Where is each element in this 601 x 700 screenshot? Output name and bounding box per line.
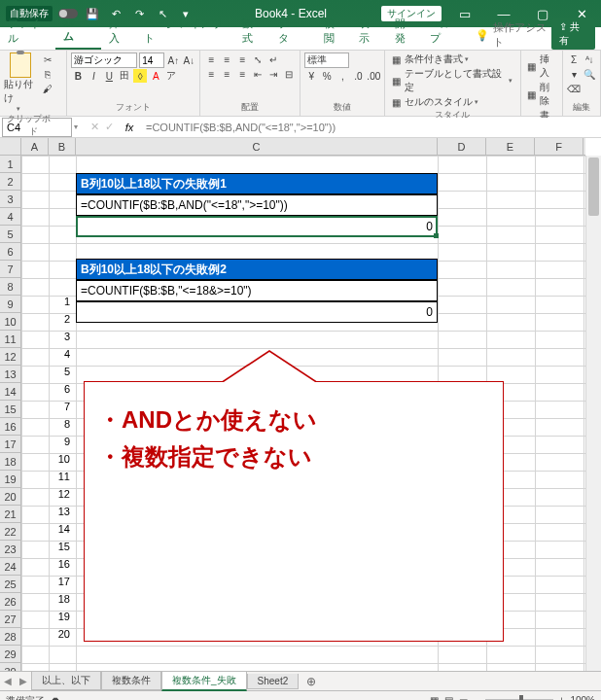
currency-icon[interactable]: ¥ xyxy=(304,69,318,83)
tab-layout[interactable]: ページ レイアウト xyxy=(136,13,234,50)
tab-view[interactable]: 表示 xyxy=(351,13,387,50)
align-bot-icon[interactable]: ≡ xyxy=(235,52,249,66)
share-button[interactable]: ⇪ 共有 xyxy=(551,18,595,50)
italic-icon[interactable]: I xyxy=(87,69,100,83)
border-icon[interactable]: 田 xyxy=(118,69,131,83)
cell-b19[interactable]: 11 xyxy=(49,471,74,488)
cell-b26[interactable]: 18 xyxy=(49,593,74,611)
cell-b13[interactable]: 5 xyxy=(49,366,74,383)
tell-me[interactable]: 💡 操作アシスト xyxy=(476,20,551,50)
percent-icon[interactable]: % xyxy=(320,69,334,83)
tab-dev[interactable]: 開発 xyxy=(387,13,423,50)
cell-c3-formula[interactable]: =COUNTIF($B:$B,AND("<=18",">=10")) xyxy=(76,194,438,216)
row-15[interactable]: 15 xyxy=(0,401,20,418)
cell-b15[interactable]: 7 xyxy=(49,401,74,418)
row-8[interactable]: 8 xyxy=(0,278,20,296)
cond-fmt-icon[interactable]: ▦ xyxy=(389,52,403,66)
cell-b20[interactable]: 12 xyxy=(49,488,74,506)
align-left-icon[interactable]: ≡ xyxy=(204,67,218,81)
col-e[interactable]: E xyxy=(486,138,535,155)
row-23[interactable]: 23 xyxy=(0,541,20,558)
cells-insert-button[interactable]: 挿入 xyxy=(540,52,558,80)
row-27[interactable]: 27 xyxy=(0,611,20,628)
align-mid-icon[interactable]: ≡ xyxy=(220,52,233,66)
col-b[interactable]: B xyxy=(49,138,76,155)
fx-icon[interactable]: fx xyxy=(121,119,138,136)
macro-rec-icon[interactable]: ⏺ xyxy=(51,695,60,700)
wrap-icon[interactable]: ↵ xyxy=(266,52,280,66)
align-top-icon[interactable]: ≡ xyxy=(204,52,218,66)
sheet-tab-3[interactable]: 複数条件_失敗 xyxy=(161,672,247,691)
cell-b25[interactable]: 17 xyxy=(49,576,74,593)
cell-b12[interactable]: 4 xyxy=(49,348,74,366)
font-name-combo[interactable] xyxy=(71,52,137,68)
scrollbar-thumb[interactable] xyxy=(588,158,599,216)
row-24[interactable]: 24 xyxy=(0,558,20,576)
col-d[interactable]: D xyxy=(438,138,486,155)
col-a[interactable]: A xyxy=(21,138,49,155)
col-f[interactable]: F xyxy=(535,138,583,155)
cell-b18[interactable]: 10 xyxy=(49,453,74,471)
row-19[interactable]: 19 xyxy=(0,471,20,488)
cell-b9[interactable]: 1 xyxy=(49,296,74,313)
cell-b14[interactable]: 6 xyxy=(49,383,74,401)
dec-dec-icon[interactable]: .00 xyxy=(367,69,380,83)
font-size-combo[interactable] xyxy=(139,52,164,68)
sheet-tab-2[interactable]: 複数条件 xyxy=(101,672,161,690)
cancel-icon[interactable]: ✕ xyxy=(88,121,102,133)
formula-input[interactable] xyxy=(142,118,601,137)
vertical-scrollbar[interactable] xyxy=(585,156,601,671)
number-format-combo[interactable]: 標準 xyxy=(304,52,349,68)
cell-b11[interactable]: 3 xyxy=(49,331,74,348)
sheet-tab-1[interactable]: 以上、以下 xyxy=(31,672,101,690)
tab-review[interactable]: 校閲 xyxy=(316,13,352,50)
cell-style-button[interactable]: セルのスタイル xyxy=(405,95,473,109)
cell-b23[interactable]: 15 xyxy=(49,541,74,558)
align-right-icon[interactable]: ≡ xyxy=(235,67,249,81)
cell-c6-header[interactable]: B列10以上18以下の失敗例2 xyxy=(76,259,438,280)
align-center-icon[interactable]: ≡ xyxy=(220,67,233,81)
row-10[interactable]: 10 xyxy=(0,313,20,331)
cells-delete-button[interactable]: 削除 xyxy=(540,81,558,108)
cell-c7-formula[interactable]: =COUNTIF($B:$B,"<=18&>=10") xyxy=(76,280,438,301)
cut-icon[interactable]: ✂ xyxy=(41,52,54,66)
format-painter-icon[interactable]: 🖌 xyxy=(41,82,54,95)
row-29[interactable]: 29 xyxy=(0,646,20,663)
row-9[interactable]: 9 xyxy=(0,296,20,313)
tab-formulas[interactable]: 数式 xyxy=(234,13,270,50)
row-headers[interactable]: 1234567891011121314151617181920212223242… xyxy=(0,156,21,671)
new-sheet-button[interactable]: ⊕ xyxy=(299,675,324,688)
row-30[interactable]: 30 xyxy=(0,663,20,671)
down-icon[interactable]: ▾ xyxy=(74,122,78,131)
worksheet-grid[interactable]: A B C D E F 1234567891011121314151617181… xyxy=(0,138,601,671)
enter-icon[interactable]: ✓ xyxy=(102,121,117,133)
cell-b17[interactable]: 9 xyxy=(49,436,74,453)
row-6[interactable]: 6 xyxy=(0,243,20,261)
orientation-icon[interactable]: ⤡ xyxy=(251,52,265,66)
cond-fmt-button[interactable]: 条件付き書式 xyxy=(405,52,463,66)
tab-data[interactable]: データ xyxy=(270,13,316,50)
fill-icon[interactable]: ▾ xyxy=(567,67,581,81)
row-12[interactable]: 12 xyxy=(0,348,20,366)
merge-icon[interactable]: ⊟ xyxy=(282,67,296,81)
row-13[interactable]: 13 xyxy=(0,366,20,383)
row-18[interactable]: 18 xyxy=(0,453,20,471)
copy-icon[interactable]: ⎘ xyxy=(41,67,54,81)
del-icon[interactable]: ▦ xyxy=(525,88,538,101)
row-26[interactable]: 26 xyxy=(0,593,20,611)
cell-b24[interactable]: 16 xyxy=(49,558,74,576)
row-14[interactable]: 14 xyxy=(0,383,20,401)
underline-icon[interactable]: U xyxy=(102,69,116,83)
tab-file[interactable]: ファイル xyxy=(0,13,55,50)
indent-inc-icon[interactable]: ⇥ xyxy=(266,67,280,81)
cell-c2-header[interactable]: B列10以上18以下の失敗例1 xyxy=(76,173,438,194)
zoom-out-icon[interactable]: − xyxy=(474,695,479,700)
row-1[interactable]: 1 xyxy=(0,156,20,173)
tab-help[interactable]: ヘルプ xyxy=(422,13,468,50)
row-16[interactable]: 16 xyxy=(0,418,20,436)
select-all-corner[interactable] xyxy=(0,138,21,156)
shrink-font-icon[interactable]: A↓ xyxy=(182,53,195,67)
find-icon[interactable]: 🔍 xyxy=(583,67,596,81)
cell-b16[interactable]: 8 xyxy=(49,418,74,436)
sheet-nav-prev[interactable]: ◀ xyxy=(0,676,16,686)
